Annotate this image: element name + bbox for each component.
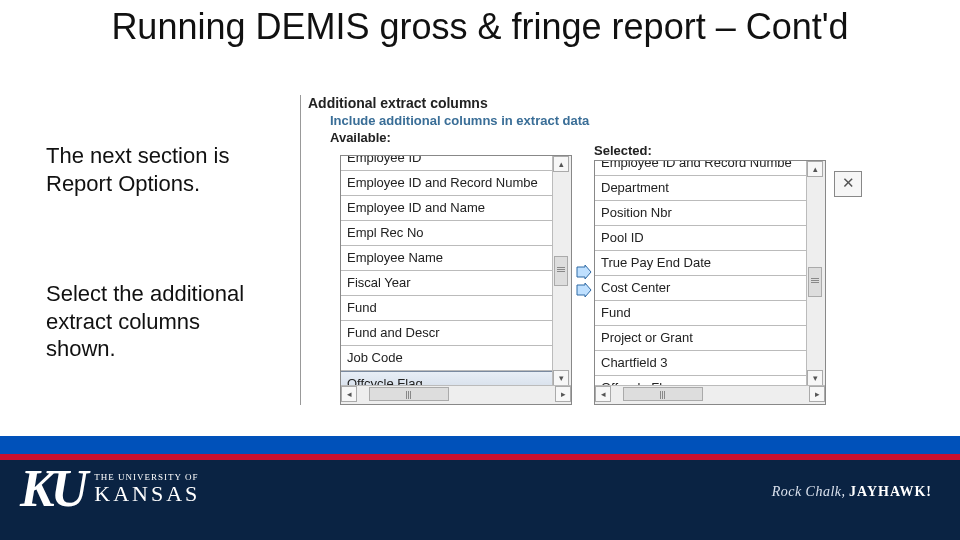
selected-vertical-scrollbar[interactable]: ▴ ▾ [806,161,825,386]
scroll-down-icon[interactable]: ▾ [807,370,823,386]
list-item[interactable]: Employee ID [341,156,553,171]
available-listbox[interactable]: Employee IDEmployee ID and Record NumbeE… [340,155,572,405]
list-item[interactable]: Employee ID and Record Numbe [595,161,807,176]
list-item[interactable]: Project or Grant [595,326,807,351]
list-item[interactable]: Cost Center [595,276,807,301]
list-item[interactable]: Fund and Descr [341,321,553,346]
intro-paragraph-1: The next section is Report Options. [46,142,246,197]
scroll-up-icon[interactable]: ▴ [807,161,823,177]
list-item[interactable]: Position Nbr [595,201,807,226]
list-item[interactable]: Department [595,176,807,201]
scroll-right-icon[interactable]: ▸ [809,386,825,402]
scroll-thumb[interactable] [554,256,568,286]
scroll-thumb[interactable] [369,387,449,401]
list-item[interactable]: Fiscal Year [341,271,553,296]
panel-heading: Additional extract columns [308,95,890,111]
list-item[interactable]: Fund [341,296,553,321]
list-item[interactable]: True Pay End Date [595,251,807,276]
scroll-left-icon[interactable]: ◂ [341,386,357,402]
shuttle-buttons [576,265,592,301]
svg-marker-0 [577,265,591,279]
scroll-thumb[interactable] [808,267,822,297]
remove-column-button[interactable]: ✕ [834,171,862,197]
scroll-left-icon[interactable]: ◂ [595,386,611,402]
selected-label: Selected: [594,143,652,158]
selected-listbox[interactable]: Employee ID and Record NumbeDepartmentPo… [594,160,826,405]
scroll-down-icon[interactable]: ▾ [553,370,569,386]
list-item[interactable]: Fund [595,301,807,326]
extract-columns-panel: Additional extract columns Include addit… [300,95,890,145]
tagline-italic: Rock Chalk, [772,484,846,499]
list-item[interactable]: Pool ID [595,226,807,251]
move-right-icon[interactable] [576,265,592,279]
intro-paragraph-2: Select the additional extract columns sh… [46,280,246,363]
list-item[interactable]: Employee ID and Name [341,196,553,221]
panel-subheading: Include additional columns in extract da… [330,113,890,128]
ku-monogram-icon: KU [20,468,84,510]
kansas-label: KANSAS [94,482,200,505]
list-item[interactable]: Employee ID and Record Numbe [341,171,553,196]
list-item[interactable]: Offcycle Flag [341,371,553,386]
scroll-right-icon[interactable]: ▸ [555,386,571,402]
list-item[interactable]: Employee Name [341,246,553,271]
available-vertical-scrollbar[interactable]: ▴ ▾ [552,156,571,386]
svg-marker-1 [577,283,591,297]
available-horizontal-scrollbar[interactable]: ◂ ▸ [341,385,571,404]
list-item[interactable]: Job Code [341,346,553,371]
tagline-bold: JAYHAWK! [849,484,932,499]
footer-tagline: Rock Chalk, JAYHAWK! [772,484,932,500]
slide-title: Running DEMIS gross & fringe report – Co… [0,6,960,47]
footer-accent-blue [0,436,960,454]
ku-logo: KU THE UNIVERSITY OF KANSAS [20,468,200,510]
list-item[interactable]: Empl Rec No [341,221,553,246]
scroll-up-icon[interactable]: ▴ [553,156,569,172]
scroll-thumb[interactable] [623,387,703,401]
list-item[interactable]: Chartfield 3 [595,351,807,376]
move-all-right-icon[interactable] [576,283,592,297]
selected-horizontal-scrollbar[interactable]: ◂ ▸ [595,385,825,404]
